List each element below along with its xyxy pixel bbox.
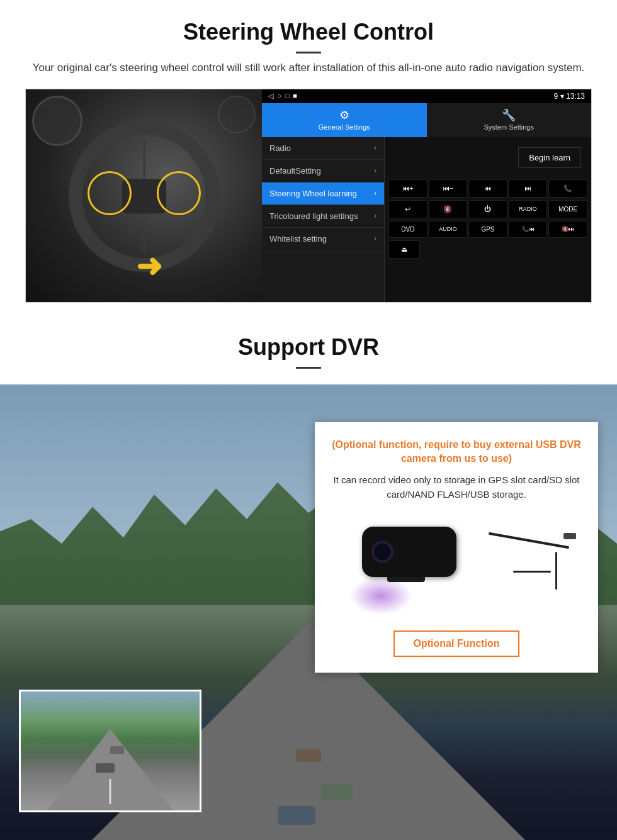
car-1	[278, 806, 315, 825]
car-3	[296, 749, 321, 762]
menu-sw-label: Steering Wheel learning	[269, 189, 357, 198]
panel-body: Radio › DefaultSetting › Steering Wheel …	[262, 137, 591, 302]
tab-system-label: System Settings	[484, 123, 534, 131]
chevron-right-icon: ›	[374, 234, 376, 243]
btn-mute-next[interactable]: 🔇⏭	[548, 221, 587, 238]
btn-prev-track[interactable]: ⏮	[468, 179, 507, 198]
tab-general-label: General Settings	[319, 123, 370, 131]
section-steering-wheel: Steering Wheel Control Your original car…	[0, 0, 617, 315]
control-buttons-row1: ⏮+ ⏮− ⏮ ⏭ 📞	[385, 178, 591, 199]
sw-background: ➜	[26, 89, 262, 303]
car-2	[321, 784, 353, 800]
learn-btn-area: Begin learn	[385, 137, 591, 178]
chevron-right-icon: ›	[374, 211, 376, 220]
tab-system-settings[interactable]: 🔧 System Settings	[427, 103, 592, 137]
clock: 13:13	[566, 92, 585, 101]
dvr-title-area: Support DVR	[0, 322, 617, 384]
camera-mount	[387, 577, 425, 582]
chevron-right-icon: ›	[374, 143, 376, 152]
back-icon[interactable]: ◁	[268, 92, 273, 100]
chevron-right-icon: ›	[374, 166, 376, 175]
usb-cable	[489, 532, 570, 549]
thumb-car2	[110, 746, 124, 754]
sw-learn-panel: Begin learn ⏮+ ⏮− ⏮ ⏭ 📞 ↩ 🔇 ⏻	[385, 137, 591, 302]
camera-glow	[349, 577, 412, 615]
menu-tricoloured[interactable]: Tricoloured light settings ›	[262, 205, 384, 228]
btn-next-track[interactable]: ⏭	[509, 179, 548, 198]
android-ui-panel: ◁ ○ □ ■ 9 ▾ 13:13 ⚙ General Settings 🔧	[262, 89, 591, 302]
settings-menu: Radio › DefaultSetting › Steering Wheel …	[262, 137, 385, 302]
control-buttons-row2: ↩ 🔇 ⏻ RADIO MODE	[385, 199, 591, 220]
menu-sw-learning[interactable]: Steering Wheel learning ›	[262, 182, 384, 205]
btn-phone-prev[interactable]: 📞⏮	[509, 221, 548, 238]
menu-whitelist[interactable]: Whitelist setting ›	[262, 228, 384, 250]
btn-power[interactable]: ⏻	[468, 200, 507, 218]
screenshot-bg	[21, 692, 200, 810]
optional-text: (Optional function, require to buy exter…	[331, 438, 582, 466]
menu-radio[interactable]: Radio ›	[262, 137, 384, 160]
thumb-car1	[96, 763, 115, 773]
recents-icon[interactable]: □	[285, 92, 290, 100]
btn-phone[interactable]: 📞	[548, 179, 587, 198]
highlight-circle-left	[88, 171, 132, 215]
status-time: 9 ▾ 13:13	[554, 92, 585, 101]
dvr-divider	[296, 367, 321, 369]
dvr-camera-image	[331, 514, 582, 615]
menu-radio-label: Radio	[269, 143, 291, 153]
signal-icon: 9 ▾	[554, 92, 564, 101]
control-buttons-row4: ⏏	[385, 239, 591, 260]
section-title: Steering Wheel Control	[25, 19, 592, 45]
menu-icon[interactable]: ■	[293, 92, 297, 100]
highlight-circle-right	[157, 171, 201, 215]
begin-learn-button[interactable]: Begin learn	[518, 147, 581, 168]
menu-default-setting[interactable]: DefaultSetting ›	[262, 160, 384, 182]
status-bar: ◁ ○ □ ■ 9 ▾ 13:13	[262, 89, 591, 103]
tab-general-settings[interactable]: ⚙ General Settings	[262, 103, 427, 137]
section-description: Your original car's steering wheel contr…	[31, 60, 586, 76]
menu-white-label: Whitelist setting	[269, 234, 327, 244]
btn-eject[interactable]: ⏏	[388, 240, 420, 259]
gauge-right	[218, 96, 256, 133]
cable-loop2	[513, 571, 551, 573]
btn-gps[interactable]: GPS	[468, 221, 507, 238]
menu-tri-label: Tricoloured light settings	[269, 211, 358, 221]
gear-icon: ⚙	[339, 108, 349, 122]
usb-connector	[563, 533, 576, 539]
btn-back[interactable]: ↩	[388, 200, 427, 218]
dvr-main-visual: (Optional function, require to buy exter…	[0, 384, 617, 841]
chevron-right-icon: ›	[374, 189, 376, 198]
dvr-description: It can record video only to storage in G…	[331, 473, 582, 501]
nav-icons: ◁ ○ □ ■	[268, 92, 297, 100]
system-icon: 🔧	[502, 108, 516, 122]
dvr-info-box: (Optional function, require to buy exter…	[315, 422, 598, 673]
optional-btn-area: Optional Function	[331, 624, 582, 657]
swc-visual-area: ➜ ◁ ○ □ ■ 9 ▾ 13:13 ⚙	[25, 89, 592, 303]
lane-line	[110, 779, 111, 804]
btn-vol-down[interactable]: ⏮−	[429, 179, 468, 198]
btn-mute[interactable]: 🔇	[429, 200, 468, 218]
title-divider	[296, 52, 321, 53]
steering-wheel-photo: ➜	[26, 89, 262, 303]
home-icon[interactable]: ○	[277, 92, 281, 100]
optional-function-button[interactable]: Optional Function	[393, 630, 520, 657]
btn-audio[interactable]: AUDIO	[429, 221, 468, 238]
yellow-arrow: ➜	[136, 248, 162, 284]
btn-mode[interactable]: MODE	[548, 200, 587, 218]
dvr-screenshot-thumbnail	[19, 690, 201, 812]
settings-tabs: ⚙ General Settings 🔧 System Settings	[262, 103, 591, 137]
menu-default-label: DefaultSetting	[269, 166, 321, 176]
section-dvr: Support DVR	[0, 322, 617, 841]
control-buttons-row3: DVD AUDIO GPS 📞⏮ 🔇⏭	[385, 220, 591, 239]
dvr-title: Support DVR	[25, 334, 592, 361]
btn-dvd[interactable]: DVD	[388, 221, 427, 238]
btn-radio[interactable]: RADIO	[509, 200, 548, 218]
camera-body	[362, 527, 456, 577]
cable-loop1	[555, 552, 557, 590]
camera-lens	[371, 541, 393, 563]
btn-vol-up[interactable]: ⏮+	[388, 179, 427, 198]
